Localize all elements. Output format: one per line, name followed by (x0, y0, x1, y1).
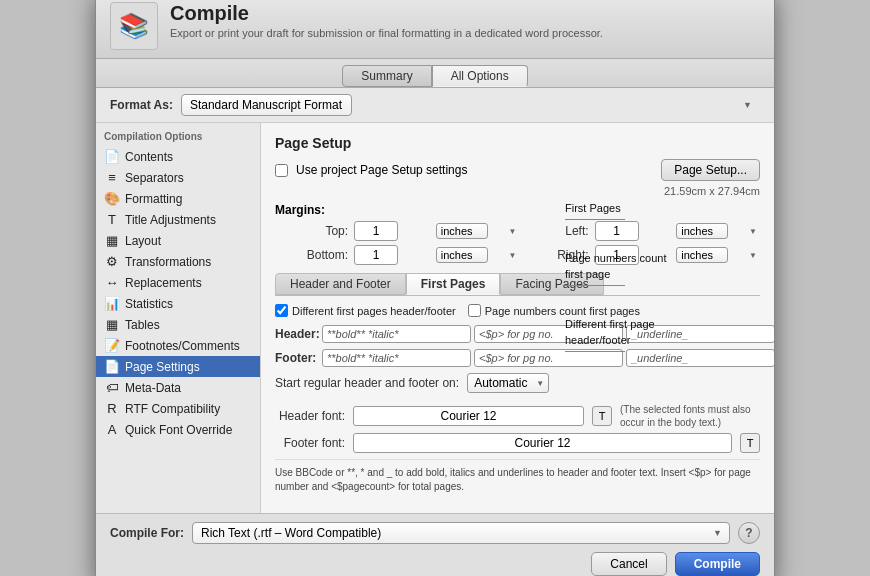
sidebar-item-formatting[interactable]: 🎨 Formatting (96, 188, 260, 209)
top-unit-select[interactable]: inches (436, 223, 488, 239)
bottom-unit-wrap: inches (436, 247, 520, 263)
sidebar: Compilation Options 📄 Contents ≡ Separat… (96, 123, 261, 513)
app-icon: 📚 (110, 2, 158, 50)
font-note: (The selected fonts must also occur in t… (620, 403, 760, 429)
sidebar-item-replacements[interactable]: ↔ Replacements (96, 272, 260, 293)
start-select-wrap: Automatic (467, 373, 549, 393)
help-text: Use BBCode or **, * and _ to add bold, i… (275, 459, 760, 494)
compile-for-select-wrap: Rich Text (.rtf – Word Compatible) (192, 522, 730, 544)
header-col3[interactable] (626, 325, 774, 343)
compile-for-label: Compile For: (110, 526, 184, 540)
bottom-input[interactable] (354, 245, 398, 265)
right-unit-select[interactable]: inches (676, 247, 728, 263)
left-label: Left: (525, 224, 588, 238)
tab-facing-pages[interactable]: Facing Pages (500, 273, 603, 295)
compile-button[interactable]: Compile (675, 552, 760, 576)
sidebar-item-label: Separators (125, 171, 184, 185)
page-num-count-label: Page numbers count first pages (485, 305, 640, 317)
footnotes-icon: 📝 (104, 338, 120, 353)
sidebar-item-rtf[interactable]: R RTF Compatibility (96, 398, 260, 419)
sidebar-item-label: Meta-Data (125, 381, 181, 395)
bottom-label: Bottom: (275, 248, 348, 262)
diff-first-pages-item: Different first pages header/footer (275, 304, 456, 317)
sidebar-item-title-adjustments[interactable]: T Title Adjustments (96, 209, 260, 230)
header-col1[interactable] (322, 325, 471, 343)
footer-font-row: Footer font: T (275, 433, 760, 453)
header-font-icon-btn[interactable]: T (592, 406, 612, 426)
header-col2[interactable] (474, 325, 623, 343)
page-num-count-checkbox[interactable] (468, 304, 481, 317)
sidebar-item-meta-data[interactable]: 🏷 Meta-Data (96, 377, 260, 398)
sidebar-item-transformations[interactable]: ⚙ Transformations (96, 251, 260, 272)
start-regular-select[interactable]: Automatic (467, 373, 549, 393)
start-regular-row: Start regular header and footer on: Auto… (275, 373, 760, 393)
rtf-icon: R (104, 401, 120, 416)
left-input[interactable] (595, 221, 639, 241)
main-area: Compilation Options 📄 Contents ≡ Separat… (96, 123, 774, 513)
right-unit-wrap: inches (676, 247, 760, 263)
sidebar-item-footnotes[interactable]: 📝 Footnotes/Comments (96, 335, 260, 356)
right-label: Right: (525, 248, 588, 262)
page-size-text: 21.59cm x 27.94cm (275, 185, 760, 197)
use-project-label: Use project Page Setup settings (296, 163, 467, 177)
format-as-label: Format As: (110, 98, 173, 112)
sidebar-item-separators[interactable]: ≡ Separators (96, 167, 260, 188)
sidebar-item-label: Title Adjustments (125, 213, 216, 227)
footer-label: Footer: (275, 349, 319, 367)
top-unit-wrap: inches (436, 223, 520, 239)
margin-grid: Top: inches Left: inches Bottom: (275, 221, 760, 265)
footer-col2[interactable] (474, 349, 623, 367)
footer-font-icon-btn[interactable]: T (740, 433, 760, 453)
sidebar-item-label: Page Settings (125, 360, 200, 374)
section-title: Page Setup (275, 135, 760, 151)
top-label: Top: (275, 224, 348, 238)
compile-for-select[interactable]: Rich Text (.rtf – Word Compatible) (192, 522, 730, 544)
sidebar-item-label: Statistics (125, 297, 173, 311)
sidebar-item-label: Tables (125, 318, 160, 332)
sidebar-item-label: Layout (125, 234, 161, 248)
sidebar-item-statistics[interactable]: 📊 Statistics (96, 293, 260, 314)
right-input[interactable] (595, 245, 639, 265)
sidebar-item-tables[interactable]: ▦ Tables (96, 314, 260, 335)
inner-tab-bar: Header and Footer First Pages Facing Pag… (275, 273, 760, 296)
format-as-select-wrap: Standard Manuscript Format (181, 94, 760, 116)
first-page-check-row: Different first pages header/footer Page… (275, 304, 760, 317)
header-label: Header: (275, 325, 319, 343)
tab-first-pages[interactable]: First Pages (406, 273, 501, 295)
contents-icon: 📄 (104, 149, 120, 164)
footer-col1[interactable] (322, 349, 471, 367)
page-setup-button[interactable]: Page Setup... (661, 159, 760, 181)
sidebar-item-label: Quick Font Override (125, 423, 232, 437)
sidebar-item-label: Contents (125, 150, 173, 164)
top-input[interactable] (354, 221, 398, 241)
window-title: Compile (170, 2, 603, 25)
left-unit-select[interactable]: inches (676, 223, 728, 239)
left-unit-wrap: inches (676, 223, 760, 239)
sidebar-item-contents[interactable]: 📄 Contents (96, 146, 260, 167)
tab-all-options[interactable]: All Options (432, 65, 528, 87)
sidebar-item-page-settings[interactable]: 📄 Page Settings (96, 356, 260, 377)
tab-summary[interactable]: Summary (342, 65, 431, 87)
separators-icon: ≡ (104, 170, 120, 185)
cancel-button[interactable]: Cancel (591, 552, 666, 576)
help-button[interactable]: ? (738, 522, 760, 544)
page-num-count-item: Page numbers count first pages (468, 304, 640, 317)
sidebar-item-layout[interactable]: ▦ Layout (96, 230, 260, 251)
footer-font-field[interactable] (353, 433, 732, 453)
sidebar-item-quick-font[interactable]: A Quick Font Override (96, 419, 260, 440)
sidebar-item-label: Footnotes/Comments (125, 339, 240, 353)
start-regular-label: Start regular header and footer on: (275, 376, 459, 390)
bottom-unit-select[interactable]: inches (436, 247, 488, 263)
page-settings-icon: 📄 (104, 359, 120, 374)
diff-first-pages-checkbox[interactable] (275, 304, 288, 317)
title-text: Compile Export or print your draft for s… (170, 2, 603, 39)
use-project-page-setup-checkbox[interactable] (275, 164, 288, 177)
header-font-field[interactable] (353, 406, 584, 426)
main-tab-bar: Summary All Options (96, 59, 774, 88)
tab-header-footer[interactable]: Header and Footer (275, 273, 406, 295)
sidebar-section-label: Compilation Options (96, 129, 260, 146)
title-bar: 📚 Compile Export or print your draft for… (96, 0, 774, 59)
footer-col3[interactable] (626, 349, 774, 367)
page-setup-checkbox-row: Use project Page Setup settings Page Set… (275, 159, 760, 181)
format-as-select[interactable]: Standard Manuscript Format (181, 94, 352, 116)
